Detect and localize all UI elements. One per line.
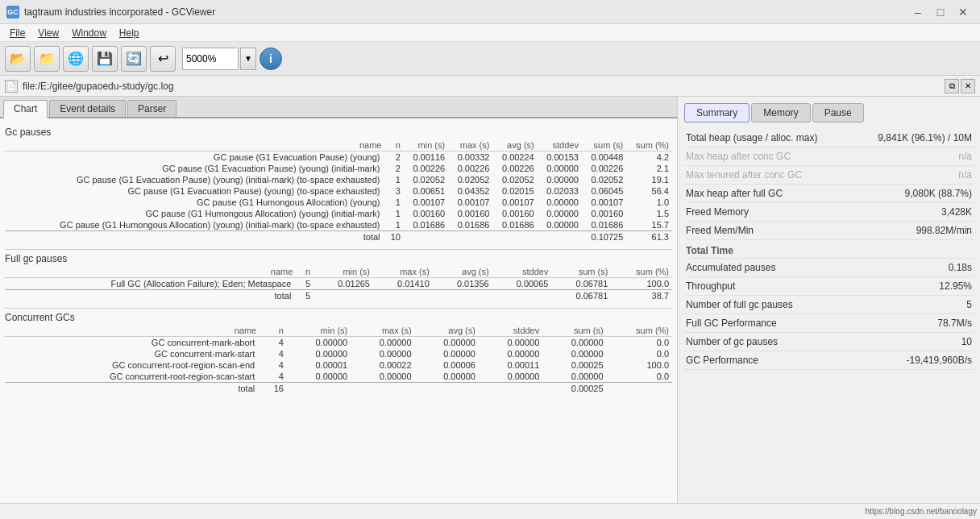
- statusbar-text: https://blog.csdn.net/banoolagy: [866, 507, 977, 516]
- conc-col-min: min (s): [287, 325, 351, 337]
- col-sum-pct: sum (%): [626, 139, 672, 152]
- summary-content: Total heap (usage / alloc. max)9,841K (9…: [684, 129, 974, 370]
- table-header-row: name n min (s) max (s) avg (s) stddev su…: [5, 139, 672, 152]
- stat-row: Throughput12.95%: [684, 277, 974, 296]
- toolbar-folder-btn[interactable]: 📁: [34, 46, 60, 72]
- info-button[interactable]: i: [260, 48, 282, 70]
- section-header: Total Time: [684, 240, 974, 259]
- gc-pauses-title: Gc pauses: [5, 127, 672, 138]
- titlebar-controls: – □ ✕: [907, 2, 974, 23]
- menu-view[interactable]: View: [31, 26, 65, 40]
- tab-event-details[interactable]: Event details: [49, 100, 126, 117]
- col-avg: avg (s): [492, 139, 537, 152]
- concurrent-gcs-title: Concurrent GCs: [5, 312, 672, 323]
- conc-col-name: name: [5, 325, 260, 337]
- stat-value: n/a: [958, 151, 972, 162]
- stat-label: Throughput: [686, 280, 735, 292]
- stat-row: Accumulated pauses0.18s: [684, 259, 974, 277]
- table-row: GC concurrent-mark-start40.000000.000000…: [5, 348, 672, 359]
- minimize-button[interactable]: –: [907, 2, 928, 23]
- toolbar-save-btn[interactable]: 💾: [92, 46, 118, 72]
- right-tab-pause[interactable]: Pause: [812, 103, 864, 122]
- stat-value: 12.95%: [939, 280, 972, 292]
- stat-row: Max tenured after conc GCn/a: [684, 166, 974, 185]
- col-name: name: [5, 139, 385, 152]
- full-col-name: name: [5, 266, 296, 278]
- stat-value: 9,080K (88.7%): [905, 188, 972, 199]
- stat-value: 9,841K (96.1%) / 10M: [878, 132, 972, 143]
- total-row: total50.0678138.7: [5, 290, 672, 302]
- toolbar-refresh-btn[interactable]: 🔄: [121, 46, 147, 72]
- col-n: n: [385, 139, 404, 152]
- right-tab-summary[interactable]: Summary: [684, 103, 750, 122]
- stat-label: Number of full gc pauses: [686, 299, 793, 310]
- table-area[interactable]: Gc pauses name n min (s) max (s) avg (s)…: [0, 118, 677, 519]
- stat-section-label: Total Time: [686, 245, 733, 256]
- tabs: Chart Event details Parser: [0, 97, 677, 118]
- filepath-restore-btn[interactable]: ⧉: [945, 79, 959, 93]
- zoom-container: ▼: [182, 48, 256, 70]
- table-row: GC pause (G1 Evacuation Pause) (young)20…: [5, 152, 672, 164]
- stat-label: Freed Mem/Min: [686, 225, 754, 236]
- toolbar-back-btn[interactable]: ↩: [150, 46, 176, 72]
- stat-value: 5: [966, 299, 972, 310]
- stat-label: Freed Memory: [686, 206, 749, 218]
- total-row: total100.1072561.3: [5, 231, 672, 243]
- full-col-min: min (s): [314, 266, 373, 278]
- right-panel: Summary Memory Pause Total heap (usage /…: [678, 97, 980, 519]
- right-tabs: Summary Memory Pause: [684, 103, 974, 122]
- filepath-text: file:/E:/gitee/gupaoedu-study/gc.log: [23, 81, 173, 92]
- menu-window[interactable]: Window: [65, 26, 113, 40]
- stat-label: Max heap after full GC: [686, 188, 783, 199]
- conc-col-avg: avg (s): [415, 325, 479, 337]
- menu-file[interactable]: File: [3, 26, 31, 40]
- filepath-close-btn[interactable]: ✕: [961, 79, 975, 93]
- table-row: Full GC (Allocation Failure); Eden; Meta…: [5, 278, 672, 290]
- full-col-stddev: stddev: [492, 266, 552, 278]
- full-col-max: max (s): [373, 266, 433, 278]
- tab-parser[interactable]: Parser: [127, 100, 176, 117]
- stat-row: Total heap (usage / alloc. max)9,841K (9…: [684, 129, 974, 147]
- toolbar-web-btn[interactable]: 🌐: [63, 46, 89, 72]
- toolbar: 📂 📁 🌐 💾 🔄 ↩ ▼ i: [0, 42, 980, 76]
- maximize-button[interactable]: □: [930, 2, 951, 23]
- table-row: GC pause (G1 Evacuation Pause) (young) (…: [5, 174, 672, 185]
- conc-col-max: max (s): [351, 325, 414, 337]
- titlebar-left: GC tagtraum industries incorporated - GC…: [6, 6, 215, 19]
- zoom-dropdown[interactable]: ▼: [240, 48, 256, 70]
- total-row: total160.00025: [5, 383, 672, 395]
- col-sum-s: sum (s): [582, 139, 626, 152]
- zoom-input[interactable]: [182, 48, 239, 70]
- stat-value: -19,419,960B/s: [907, 355, 972, 366]
- close-button[interactable]: ✕: [953, 2, 974, 23]
- conc-col-n: n: [260, 325, 287, 337]
- stat-value: 10: [961, 336, 972, 347]
- full-gc-pauses-title: Full gc pauses: [5, 253, 672, 264]
- file-icon: 📄: [5, 80, 18, 93]
- right-tab-memory[interactable]: Memory: [751, 103, 810, 122]
- stat-row: Number of full gc pauses5: [684, 296, 974, 314]
- table-row: GC concurrent-root-region-scan-start40.0…: [5, 371, 672, 383]
- table-row: GC pause (G1 Humongous Allocation) (youn…: [5, 197, 672, 208]
- tab-chart[interactable]: Chart: [3, 100, 48, 118]
- conc-col-stddev: stddev: [479, 325, 542, 337]
- stat-row: Number of gc pauses10: [684, 333, 974, 351]
- conc-col-sum-s: sum (s): [542, 325, 606, 337]
- stat-value: 78.7M/s: [937, 318, 972, 329]
- full-gc-pauses-table: name n min (s) max (s) avg (s) stddev su…: [5, 266, 672, 301]
- gc-pauses-table: name n min (s) max (s) avg (s) stddev su…: [5, 139, 672, 243]
- stat-row: Freed Memory3,428K: [684, 203, 974, 222]
- table-row: GC pause (G1 Humongous Allocation) (youn…: [5, 219, 672, 231]
- stat-label: Total heap (usage / alloc. max): [686, 132, 817, 143]
- toolbar-open-btn[interactable]: 📂: [5, 46, 31, 72]
- stat-row: Freed Mem/Min998.82M/min: [684, 222, 974, 240]
- stat-label: Accumulated pauses: [686, 262, 775, 273]
- stat-label: Number of gc pauses: [686, 336, 778, 347]
- statusbar: https://blog.csdn.net/banoolagy: [0, 503, 980, 519]
- table-row: GC concurrent-mark-abort40.000000.000000…: [5, 337, 672, 349]
- stat-label: Full GC Performance: [686, 318, 777, 329]
- menu-help[interactable]: Help: [113, 26, 146, 40]
- stat-label: Max heap after conc GC: [686, 151, 791, 162]
- main-content: Chart Event details Parser Gc pauses nam…: [0, 97, 980, 519]
- left-panel: Chart Event details Parser Gc pauses nam…: [0, 97, 678, 519]
